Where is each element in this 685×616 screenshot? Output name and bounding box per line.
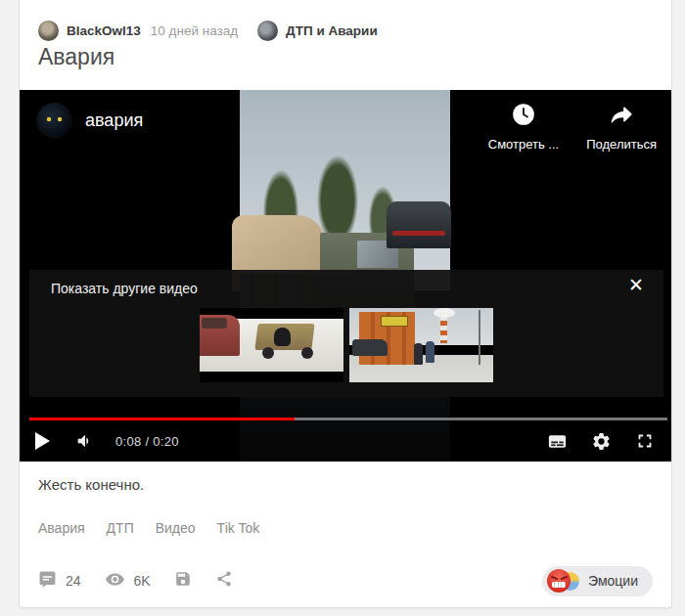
community-name[interactable]: ДТП и Аварии — [286, 23, 378, 38]
thumb2-sign — [381, 316, 408, 327]
emotions-emoji-icon — [547, 569, 579, 594]
comments-icon — [38, 570, 57, 593]
post-title[interactable]: Авария — [38, 44, 114, 70]
emotions-label: Эмоции — [588, 573, 638, 589]
tag-avaria[interactable]: Авария — [38, 520, 85, 536]
player-controls: 0:08 / 0:20 — [20, 420, 671, 462]
author-name[interactable]: BlackOwl13 — [67, 23, 141, 38]
page: BlackOwl13 10 дней назад ДТП и Аварии Ав… — [0, 0, 685, 616]
suggested-video-2[interactable] — [349, 308, 493, 382]
tag-tiktok[interactable]: Tik Tok — [217, 520, 260, 536]
thumb2-person — [414, 343, 423, 365]
comments-count: 24 — [66, 573, 81, 589]
emotions-button[interactable]: Эмоции — [542, 566, 653, 596]
floppy-save-icon — [174, 570, 192, 592]
angry-emoji-icon — [547, 569, 571, 593]
thumb1-wheel — [301, 347, 313, 359]
eye-icon — [105, 569, 125, 594]
post-header: BlackOwl13 10 дней назад ДТП и Аварии — [38, 21, 378, 41]
views-count: 6K — [134, 573, 151, 589]
post-time: 10 дней назад — [151, 23, 238, 38]
suggested-video-1[interactable] — [200, 308, 343, 382]
thumb1-wheel — [262, 347, 274, 359]
thumb2-suv — [352, 339, 388, 356]
thumb2-pole — [479, 310, 480, 365]
more-videos-title: Показать другие видео — [51, 281, 198, 296]
channel-avatar[interactable] — [36, 103, 72, 139]
author-avatar[interactable] — [38, 21, 59, 41]
save-button[interactable] — [174, 570, 192, 592]
subtitles-icon[interactable] — [546, 430, 569, 453]
video-suv — [387, 201, 451, 248]
video-suv-taillight — [392, 231, 445, 236]
post-card: BlackOwl13 10 дней назад ДТП и Аварии Ав… — [19, 0, 672, 608]
tag-dtp[interactable]: ДТП — [107, 520, 134, 536]
volume-icon[interactable] — [74, 430, 96, 452]
post-footer: 24 6K — [38, 564, 653, 597]
thumb1-person — [274, 328, 291, 346]
player-top-bar: авария — [36, 103, 143, 139]
share-arrow-icon — [609, 102, 634, 130]
play-button[interactable] — [35, 432, 50, 450]
comments-button[interactable]: 24 — [38, 570, 81, 593]
views-stat: 6K — [105, 569, 151, 594]
player-top-buttons: Смотреть ... Поделиться — [488, 102, 657, 152]
watch-later-button[interactable]: Смотреть ... — [488, 102, 559, 152]
video-player[interactable]: авария Смотреть ... Поделиться Показ — [20, 90, 671, 462]
tag-video[interactable]: Видео — [156, 520, 196, 536]
settings-gear-icon[interactable] — [591, 431, 612, 452]
player-right-controls — [546, 430, 656, 453]
watch-later-label: Смотреть ... — [488, 137, 559, 152]
share-nodes-icon — [215, 570, 233, 592]
thumb2-smoke — [434, 308, 455, 318]
community-avatar[interactable] — [257, 21, 278, 41]
time-display: 0:08 / 0:20 — [115, 434, 179, 449]
thumb1-scene — [200, 319, 343, 372]
share-button[interactable]: Поделиться — [586, 102, 657, 152]
clock-icon — [511, 102, 536, 130]
close-icon[interactable]: ✕ — [628, 276, 644, 294]
fullscreen-icon[interactable] — [634, 430, 656, 452]
post-description: Жесть конечно. — [38, 476, 144, 493]
thumb2-person — [426, 341, 434, 363]
thumb2-chimney — [440, 316, 447, 343]
suggested-videos — [29, 308, 663, 382]
share-post-button[interactable] — [215, 570, 233, 592]
post-tags: Авария ДТП Видео Tik Tok — [38, 520, 259, 536]
video-title[interactable]: авария — [85, 110, 143, 131]
share-label: Поделиться — [586, 137, 657, 152]
thumb1-car-window — [202, 318, 227, 329]
more-videos-overlay: Показать другие видео ✕ — [29, 270, 663, 397]
